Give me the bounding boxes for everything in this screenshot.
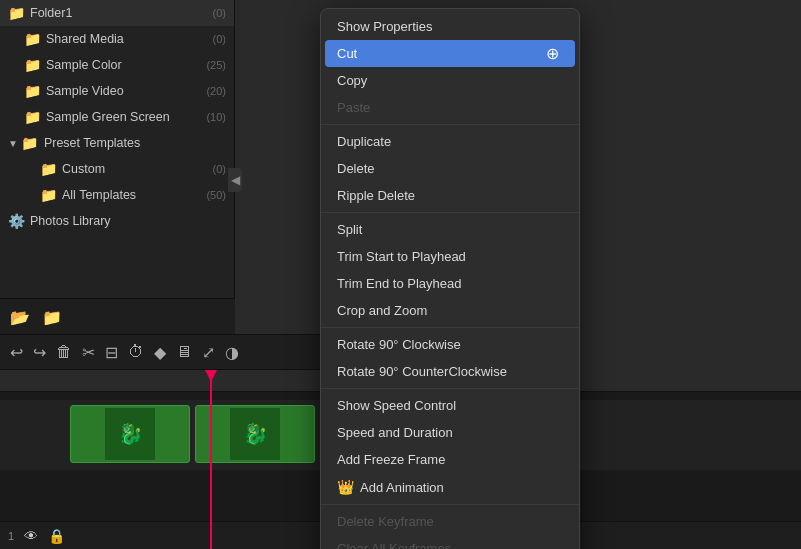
sidebar-item-custom[interactable]: 📁 Custom (0) <box>0 156 234 182</box>
sidebar-item-count: (50) <box>206 189 226 201</box>
ctx-label: Delete Keyframe <box>337 514 434 529</box>
ctx-crop-zoom[interactable]: Crop and Zoom <box>321 297 579 324</box>
sidebar-item-label: All Templates <box>62 188 136 202</box>
ctx-label: Ripple Delete <box>337 188 415 203</box>
ctx-label: Trim Start to Playhead <box>337 249 466 264</box>
ctx-label: Trim End to Playhead <box>337 276 462 291</box>
chevron-left-icon: ◀ <box>231 173 240 187</box>
crop-button[interactable]: ⊟ <box>105 343 118 362</box>
eye-icon[interactable]: 👁 <box>24 528 38 544</box>
ctx-label: Paste <box>337 100 370 115</box>
ctx-speed-duration[interactable]: Speed and Duration <box>321 419 579 446</box>
sidebar-item-count: (0) <box>213 7 226 19</box>
folder-icon: 📁 <box>24 109 40 125</box>
fullscreen-button[interactable]: ⤢ <box>202 343 215 362</box>
add-folder-button[interactable]: 📂 <box>10 308 30 327</box>
ctx-label: Rotate 90° CounterClockwise <box>337 364 507 379</box>
ctx-rotate-cw[interactable]: Rotate 90° Clockwise <box>321 331 579 358</box>
ctx-rotate-ccw[interactable]: Rotate 90° CounterClockwise <box>321 358 579 385</box>
ctx-duplicate[interactable]: Duplicate <box>321 128 579 155</box>
ctx-label: Crop and Zoom <box>337 303 427 318</box>
sidebar-item-sample-video[interactable]: 📁 Sample Video (20) <box>0 78 234 104</box>
ctx-copy[interactable]: Copy <box>321 67 579 94</box>
sidebar-item-folder1[interactable]: 📁 Folder1 (0) <box>0 0 234 26</box>
sidebar-item-sample-green[interactable]: 📁 Sample Green Screen (10) <box>0 104 234 130</box>
ctx-trim-end[interactable]: Trim End to Playhead <box>321 270 579 297</box>
ctx-trim-start[interactable]: Trim Start to Playhead <box>321 243 579 270</box>
sidebar-item-label: Sample Green Screen <box>46 110 170 124</box>
sidebar-item-preset-templates[interactable]: ▼ 📁 Preset Templates <box>0 130 234 156</box>
ctx-separator-2 <box>321 212 579 213</box>
ctx-speed-control[interactable]: Show Speed Control <box>321 392 579 419</box>
sidebar-item-count: (20) <box>206 85 226 97</box>
cut-tool-button[interactable]: ✂ <box>82 343 95 362</box>
ctx-cut[interactable]: Cut ⊕ <box>325 40 575 67</box>
lock-icon[interactable]: 🔒 <box>48 528 65 544</box>
sidebar-item-count: (0) <box>213 163 226 175</box>
gear-icon: ⚙️ <box>8 213 24 229</box>
sidebar-item-label: Preset Templates <box>44 136 140 150</box>
ctx-clear-keyframes: Clear All Keyframes <box>321 535 579 549</box>
keyframe-button[interactable]: ◆ <box>154 343 166 362</box>
clip-thumb-2: 🐉 <box>230 408 280 460</box>
ctx-freeze-frame[interactable]: Add Freeze Frame <box>321 446 579 473</box>
folder-icon: 📁 <box>24 83 40 99</box>
undo-button[interactable]: ↩ <box>10 343 23 362</box>
ctx-show-properties[interactable]: Show Properties <box>321 13 579 40</box>
color-button[interactable]: ◑ <box>225 343 239 362</box>
ctx-label: Delete <box>337 161 375 176</box>
cursor-move-icon: ⊕ <box>546 44 559 63</box>
sidebar-item-label: Photos Library <box>30 214 111 228</box>
sidebar-item-shared-media[interactable]: 📁 Shared Media (0) <box>0 26 234 52</box>
ctx-separator-5 <box>321 504 579 505</box>
track-number: 1 <box>8 530 14 542</box>
ctx-label: Show Properties <box>337 19 432 34</box>
timeline-toolbar: ↩ ↪ 🗑 ✂ ⊟ ⏱ ◆ 🖥 ⤢ ◑ <box>0 334 320 370</box>
ctx-label: Split <box>337 222 362 237</box>
sidebar-item-label: Folder1 <box>30 6 72 20</box>
sidebar-item-label: Custom <box>62 162 105 176</box>
sidebar-collapse-arrow[interactable]: ◀ <box>228 168 242 192</box>
sidebar-item-label: Shared Media <box>46 32 124 46</box>
monitor-button[interactable]: 🖥 <box>176 343 192 361</box>
sidebar-item-label: Sample Video <box>46 84 124 98</box>
ctx-label: Clear All Keyframes <box>337 541 451 549</box>
sidebar-item-count: (25) <box>206 59 226 71</box>
new-folder-button[interactable]: 📁 <box>42 308 62 327</box>
ctx-add-animation[interactable]: 👑 Add Animation <box>321 473 579 501</box>
ctx-delete-keyframe: Delete Keyframe <box>321 508 579 535</box>
folder-icon: 📁 <box>24 57 40 73</box>
clip-1[interactable]: 🐉 <box>70 405 190 463</box>
ctx-label: Rotate 90° Clockwise <box>337 337 461 352</box>
ctx-separator-1 <box>321 124 579 125</box>
ctx-label: Copy <box>337 73 367 88</box>
ctx-label: Add Animation <box>360 480 444 495</box>
playhead[interactable] <box>210 370 212 549</box>
crown-icon: 👑 <box>337 479 354 495</box>
context-menu: Show Properties Cut ⊕ Copy Paste Duplica… <box>320 8 580 549</box>
sidebar-item-label: Sample Color <box>46 58 122 72</box>
tools-row-1: 📂 📁 <box>0 299 235 335</box>
folder-icon: 📁 <box>24 31 40 47</box>
redo-button[interactable]: ↪ <box>33 343 46 362</box>
ctx-split[interactable]: Split <box>321 216 579 243</box>
folder-icon: 📁 <box>40 187 56 203</box>
ctx-label: Add Freeze Frame <box>337 452 445 467</box>
sidebar-item-count: (0) <box>213 33 226 45</box>
ctx-delete[interactable]: Delete <box>321 155 579 182</box>
sidebar-item-photos-library[interactable]: ⚙️ Photos Library <box>0 208 234 234</box>
sidebar-item-all-templates[interactable]: 📁 All Templates (50) <box>0 182 234 208</box>
ctx-separator-3 <box>321 327 579 328</box>
ctx-label: Cut <box>337 46 357 61</box>
sidebar-item-sample-color[interactable]: 📁 Sample Color (25) <box>0 52 234 78</box>
ctx-separator-4 <box>321 388 579 389</box>
folder-icon: 📁 <box>22 135 38 151</box>
ctx-ripple-delete[interactable]: Ripple Delete <box>321 182 579 209</box>
ctx-label: Speed and Duration <box>337 425 453 440</box>
speed-button[interactable]: ⏱ <box>128 343 144 361</box>
folder-icon: 📁 <box>40 161 56 177</box>
folder-icon: 📁 <box>8 5 24 21</box>
delete-button[interactable]: 🗑 <box>56 343 72 361</box>
ctx-paste: Paste <box>321 94 579 121</box>
clip-2[interactable]: 🐉 <box>195 405 315 463</box>
